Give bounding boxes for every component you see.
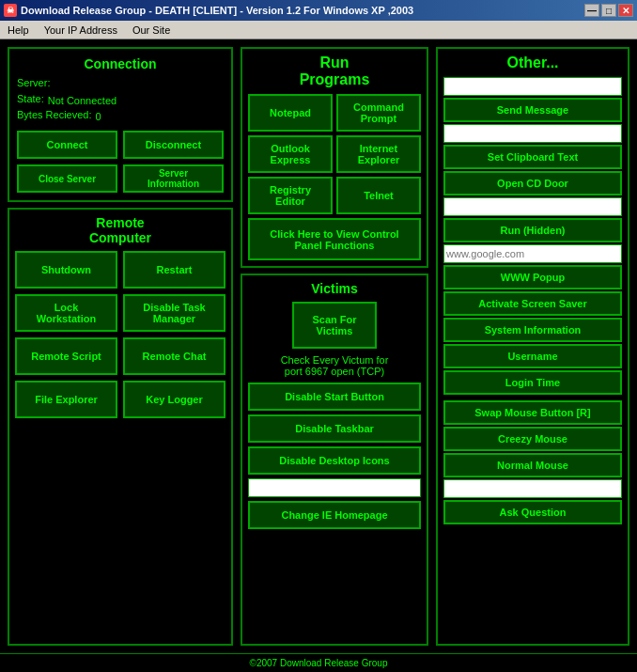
close-server-button[interactable]: Close Server <box>17 164 117 193</box>
command-prompt-button[interactable]: Command Prompt <box>336 94 421 132</box>
middle-column: RunPrograms Notepad Command Prompt Outlo… <box>241 47 428 646</box>
remote-chat-button[interactable]: Remote Chat <box>123 337 225 375</box>
scan-btn-container: Scan For Victims <box>248 302 421 349</box>
control-panel-button[interactable]: Click Here to View Control Panel Functio… <box>248 218 421 260</box>
victims-description: Check Every Victum for port 6967 open (T… <box>248 354 421 377</box>
footer-text: ©2007 Download Release Group <box>250 658 388 668</box>
ask-question-input[interactable] <box>443 479 622 498</box>
shutdown-button[interactable]: Shutdown <box>15 251 117 289</box>
other-title: Other... <box>443 55 622 71</box>
run-programs-title: RunPrograms <box>248 55 421 88</box>
run-hidden-input[interactable] <box>443 197 622 216</box>
system-info-button[interactable]: System Information <box>443 318 622 342</box>
victims-title: Victims <box>248 281 421 296</box>
state-label: State: <box>17 93 44 104</box>
server-buttons: Close Server Server Information <box>17 164 224 193</box>
main-content: Connection Server: State: Not Connected … <box>0 39 637 653</box>
state-row: State: Not Connected <box>17 93 224 107</box>
send-message-button[interactable]: Send Message <box>443 98 622 122</box>
connection-section: Connection Server: State: Not Connected … <box>8 47 233 202</box>
right-column: Other... Send Message Set Clipboard Text… <box>436 47 629 646</box>
minimize-button[interactable]: — <box>584 4 599 17</box>
programs-grid: Notepad Command Prompt Outlook Express I… <box>248 94 421 214</box>
title-bar-title: Download Release Group - DEATH [CLIENT] … <box>21 5 413 16</box>
footer: ©2007 Download Release Group <box>0 653 637 672</box>
telnet-button[interactable]: Telnet <box>336 177 421 214</box>
menu-our-site[interactable]: Our Site <box>129 23 174 38</box>
connect-button[interactable]: Connect <box>17 131 117 159</box>
app-icon: ☠ <box>4 4 17 17</box>
username-button[interactable]: Username <box>443 344 622 368</box>
bytes-row: Bytes Recieved: 0 <box>17 109 224 123</box>
set-clipboard-button[interactable]: Set Clipboard Text <box>443 145 622 169</box>
file-explorer-button[interactable]: File Explorer <box>15 381 117 418</box>
connection-title: Connection <box>17 56 224 71</box>
remote-computer-title: RemoteComputer <box>15 215 225 245</box>
state-value: Not Connected <box>48 95 117 106</box>
clipboard-input[interactable] <box>443 124 622 143</box>
disable-taskbar-button[interactable]: Disable Taskbar <box>248 414 421 443</box>
other-section: Other... Send Message Set Clipboard Text… <box>436 47 629 646</box>
disconnect-button[interactable]: Disconnect <box>123 131 224 159</box>
www-popup-button[interactable]: WWW Popup <box>443 265 622 289</box>
normal-mouse-button[interactable]: Normal Mouse <box>443 453 622 477</box>
title-bar-controls: — □ ✕ <box>584 4 633 17</box>
run-hidden-button[interactable]: Run (Hidden) <box>443 218 622 242</box>
remote-computer-section: RemoteComputer Shutdown Restart Lock Wor… <box>8 208 233 646</box>
remote-script-button[interactable]: Remote Script <box>15 337 117 375</box>
connect-buttons: Connect Disconnect <box>17 131 224 159</box>
swap-mouse-button[interactable]: Swap Mouse Button [R] <box>443 400 622 425</box>
disable-start-button[interactable]: Disable Start Button <box>248 383 421 411</box>
registry-editor-button[interactable]: Registry Editor <box>248 177 333 214</box>
bytes-value: 0 <box>95 111 101 122</box>
message-input[interactable] <box>443 77 622 96</box>
menu-ip-address[interactable]: Your IP Address <box>40 23 121 38</box>
bytes-label: Bytes Recieved: <box>17 109 91 120</box>
creezy-mouse-button[interactable]: Creezy Mouse <box>443 427 622 451</box>
key-logger-button[interactable]: Key Logger <box>123 381 225 418</box>
login-time-button[interactable]: Login Time <box>443 370 622 395</box>
www-popup-input[interactable] <box>443 244 622 263</box>
disable-icons-button[interactable]: Disable Desktop Icons <box>248 446 421 475</box>
ask-question-button[interactable]: Ask Question <box>443 500 622 524</box>
menu-help[interactable]: Help <box>4 23 33 38</box>
scan-victims-button[interactable]: Scan For Victims <box>292 302 377 349</box>
change-ie-button[interactable]: Change IE Homepage <box>248 501 421 529</box>
server-row: Server: <box>17 77 224 91</box>
maximize-button[interactable]: □ <box>601 4 616 17</box>
victims-section: Victims Scan For Victims Check Every Vic… <box>241 273 428 646</box>
disable-task-manager-button[interactable]: Disable Task Manager <box>123 294 225 332</box>
outlook-express-button[interactable]: Outlook Express <box>248 135 333 173</box>
lock-workstation-button[interactable]: Lock Workstation <box>15 294 117 332</box>
close-button[interactable]: ✕ <box>618 4 633 17</box>
server-label: Server: <box>17 77 50 88</box>
title-bar: ☠ Download Release Group - DEATH [CLIENT… <box>0 0 637 21</box>
restart-button[interactable]: Restart <box>123 251 225 289</box>
remote-buttons-grid: Shutdown Restart Lock Workstation Disabl… <box>15 251 225 418</box>
run-programs-section: RunPrograms Notepad Command Prompt Outlo… <box>241 47 428 268</box>
screensaver-button[interactable]: Activate Screen Saver <box>443 291 622 316</box>
menu-bar: Help Your IP Address Our Site <box>0 21 637 39</box>
left-column: Connection Server: State: Not Connected … <box>8 47 233 646</box>
ie-homepage-input[interactable] <box>248 478 421 497</box>
notepad-button[interactable]: Notepad <box>248 94 333 132</box>
open-cd-door-button[interactable]: Open CD Door <box>443 171 622 195</box>
server-info-button[interactable]: Server Information <box>123 164 224 193</box>
title-bar-left: ☠ Download Release Group - DEATH [CLIENT… <box>4 4 413 17</box>
internet-explorer-button[interactable]: Internet Explorer <box>336 135 421 173</box>
